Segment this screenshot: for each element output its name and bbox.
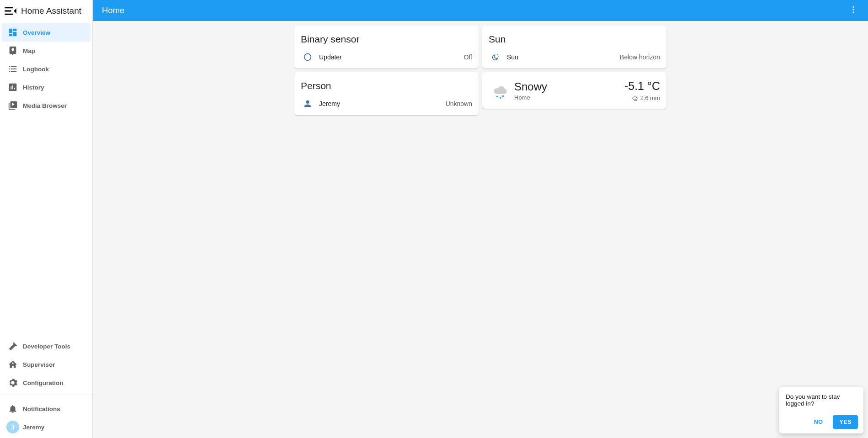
card-title: Sun bbox=[482, 26, 666, 47]
night-icon bbox=[489, 52, 502, 62]
card-title: Binary sensor bbox=[294, 26, 479, 47]
dialog-actions: NO YES bbox=[786, 415, 858, 429]
app-title: Home Assistant bbox=[21, 6, 81, 16]
dots-vertical-icon bbox=[849, 5, 858, 14]
sidebar-footer: Notifications J Jeremy bbox=[0, 398, 92, 438]
sidebar-item-supervisor[interactable]: Supervisor bbox=[2, 355, 91, 374]
weather-location: Home bbox=[514, 94, 547, 101]
card-sun: Sun Sun Below horizon bbox=[482, 26, 666, 69]
card-columns: Binary sensor Updater Off Person Jeremy … bbox=[294, 26, 666, 115]
list-icon bbox=[5, 64, 20, 74]
sidebar-item-media-browser[interactable]: Media Browser bbox=[2, 96, 91, 115]
card-person: Person Jeremy Unknown bbox=[294, 72, 479, 115]
avatar-initial: J bbox=[6, 421, 19, 433]
sidebar-divider bbox=[0, 395, 92, 395]
hammer-icon bbox=[5, 341, 20, 351]
precipitation-icon bbox=[632, 95, 639, 101]
weather-right: -5.1 °C 2.6 mm bbox=[624, 79, 660, 101]
entity-state: Off bbox=[464, 53, 472, 61]
sidebar-item-logbook[interactable]: Logbook bbox=[2, 60, 91, 78]
sidebar-item-label: Logbook bbox=[23, 66, 49, 73]
collapse-sidebar-button[interactable] bbox=[3, 3, 18, 19]
chart-box-icon bbox=[5, 82, 20, 92]
stay-logged-in-dialog: Do you want to stay logged in? NO YES bbox=[779, 387, 863, 433]
sidebar-header: Home Assistant bbox=[0, 0, 92, 21]
no-button[interactable]: NO bbox=[808, 415, 830, 429]
card-binary-sensor: Binary sensor Updater Off bbox=[294, 26, 479, 69]
bell-icon bbox=[5, 404, 20, 414]
gear-icon bbox=[5, 378, 20, 388]
sidebar-item-overview[interactable]: Overview bbox=[2, 23, 91, 42]
sidebar-item-label: Configuration bbox=[23, 380, 63, 386]
sidebar-item-label: Jeremy bbox=[23, 424, 44, 431]
entity-label: Updater bbox=[319, 53, 342, 61]
svg-point-3 bbox=[500, 97, 501, 99]
svg-point-0 bbox=[497, 54, 498, 55]
svg-point-2 bbox=[496, 96, 498, 98]
sidebar-tools: Developer Tools Supervisor Configuration bbox=[0, 335, 92, 392]
sidebar-nav: Overview Map Logbook History Media Brows… bbox=[0, 21, 92, 115]
sidebar-item-label: Map bbox=[23, 47, 35, 54]
sidebar-item-label: Overview bbox=[23, 29, 50, 36]
column-right: Sun Sun Below horizon bbox=[482, 26, 666, 115]
main: Home Binary sensor Updater Off Person bbox=[93, 0, 868, 438]
weather-temperature: -5.1 °C bbox=[624, 79, 660, 93]
sidebar-item-label: Media Browser bbox=[23, 102, 67, 109]
sidebar-item-configuration[interactable]: Configuration bbox=[2, 374, 91, 392]
svg-point-1 bbox=[498, 56, 499, 57]
dashboard-icon bbox=[5, 27, 20, 37]
entity-row-jeremy[interactable]: Jeremy Unknown bbox=[294, 94, 479, 115]
sidebar-item-label: Developer Tools bbox=[23, 343, 70, 350]
sidebar-item-label: History bbox=[23, 84, 44, 91]
entity-state: Unknown bbox=[446, 100, 472, 107]
content: Binary sensor Updater Off Person Jeremy … bbox=[93, 21, 868, 438]
sidebar-item-user[interactable]: J Jeremy bbox=[2, 418, 91, 436]
home-assistant-icon bbox=[5, 359, 20, 369]
circle-outline-icon bbox=[301, 52, 314, 62]
entity-row-updater[interactable]: Updater Off bbox=[294, 47, 479, 69]
precipitation-value: 2.6 mm bbox=[640, 95, 660, 101]
sidebar-item-notifications[interactable]: Notifications bbox=[2, 400, 91, 418]
weather-snowy-icon bbox=[487, 80, 512, 101]
entity-state: Below horizon bbox=[620, 53, 660, 61]
overflow-menu-button[interactable] bbox=[846, 2, 861, 19]
dialog-message: Do you want to stay logged in? bbox=[786, 393, 858, 407]
sidebar: Home Assistant Overview Map Logbook Hist… bbox=[0, 0, 93, 438]
map-marker-icon bbox=[5, 46, 20, 56]
weather-texts: Snowy Home bbox=[514, 80, 547, 101]
page-title: Home bbox=[102, 5, 124, 16]
user-avatar: J bbox=[5, 421, 20, 433]
weather-precipitation: 2.6 mm bbox=[632, 95, 660, 101]
sidebar-item-label: Notifications bbox=[23, 406, 60, 412]
weather-condition: Snowy bbox=[514, 80, 547, 93]
media-icon bbox=[5, 100, 20, 111]
menu-collapse-icon bbox=[3, 3, 18, 19]
topbar: Home bbox=[93, 0, 868, 21]
yes-button[interactable]: YES bbox=[833, 415, 858, 429]
entity-label: Jeremy bbox=[319, 100, 340, 107]
card-weather[interactable]: Snowy Home -5.1 °C 2.6 mm bbox=[482, 72, 666, 109]
sidebar-item-map[interactable]: Map bbox=[2, 42, 91, 60]
svg-point-4 bbox=[502, 95, 504, 97]
sidebar-item-history[interactable]: History bbox=[2, 78, 91, 96]
entity-label: Sun bbox=[507, 53, 518, 61]
card-title: Person bbox=[294, 72, 479, 94]
account-icon bbox=[301, 99, 314, 109]
entity-row-sun[interactable]: Sun Below horizon bbox=[482, 47, 666, 69]
column-left: Binary sensor Updater Off Person Jeremy … bbox=[294, 26, 479, 115]
sidebar-item-developer-tools[interactable]: Developer Tools bbox=[2, 337, 91, 355]
sidebar-item-label: Supervisor bbox=[23, 361, 55, 368]
